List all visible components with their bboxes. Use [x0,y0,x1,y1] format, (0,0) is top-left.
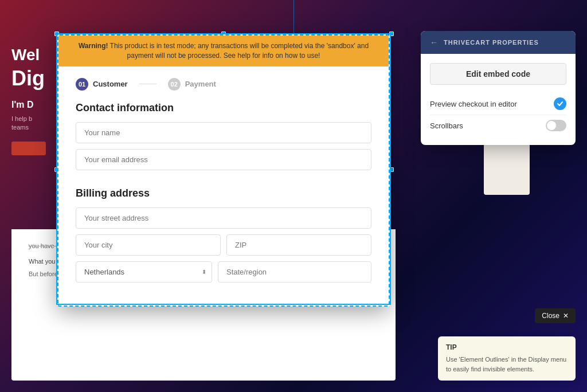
step-divider [139,84,156,84]
step-label-2: Payment [185,80,216,88]
panel-header: ← THRIVECART PROPERTIES [421,31,576,54]
tip-text: Use 'Element Outlines' in the Display me… [446,355,568,374]
toggle-row-scrollbars: Scrollbars [430,115,566,136]
back-arrow-icon[interactable]: ← [430,38,438,47]
tip-title: TIP [446,343,568,351]
selection-bottom [56,304,391,305]
close-icon: ✕ [563,312,569,320]
zip-input[interactable] [226,234,371,256]
contact-section-title: Contact information [76,102,371,114]
close-button[interactable]: Close ✕ [535,308,576,323]
name-input[interactable] [76,122,371,143]
toggle-thumb [547,121,556,130]
warning-prefix: Warning! [79,42,108,50]
red-button [11,142,46,155]
tip-box: TIP Use 'Element Outlines' in the Displa… [438,336,576,381]
billing-section-title: Billing address [76,187,371,199]
selection-right [390,33,391,305]
checkout-content: 01 Customer 02 Payment Contact informati… [58,66,389,305]
properties-panel: ← THRIVECART PROPERTIES Edit embed code … [421,31,576,145]
checkout-steps: 01 Customer 02 Payment [76,78,371,91]
selection-left [56,33,57,305]
street-input[interactable] [76,207,371,229]
edit-embed-button[interactable]: Edit embed code [430,63,566,85]
toggle-row-preview: Preview checkout in editor [430,93,566,115]
step-label-1: Customer [93,80,128,88]
step-payment: 02 Payment [168,78,216,91]
step-num-2: 02 [168,78,181,91]
warning-banner: Warning! This product is in test mode; a… [58,36,389,66]
country-select[interactable]: Netherlands [76,261,212,283]
country-wrapper: Netherlands ⬍ [76,261,212,283]
checkout-panel: Warning! This product is in test mode; a… [57,34,390,307]
panel-title: THRIVECART PROPERTIES [444,39,539,46]
preview-toggle-on[interactable] [554,97,566,110]
warning-message: This product is in test mode; any transa… [108,42,369,60]
billing-section: Billing address Netherlands ⬍ [76,187,371,283]
scrollbars-toggle[interactable] [546,120,566,131]
close-label: Close [542,312,559,320]
country-state-row: Netherlands ⬍ [76,261,371,283]
city-zip-row [76,234,371,256]
selection-top [56,33,391,34]
toggle-label-scrollbars: Scrollbars [430,121,463,130]
city-input[interactable] [76,234,221,256]
toggle-label-preview: Preview checkout in editor [430,100,517,108]
center-guide-line [294,0,294,34]
email-input[interactable] [76,149,371,170]
state-input[interactable] [218,261,371,283]
panel-body: Edit embed code Preview checkout in edit… [421,54,576,145]
step-customer: 01 Customer [76,78,128,91]
step-num-1: 01 [76,78,88,91]
